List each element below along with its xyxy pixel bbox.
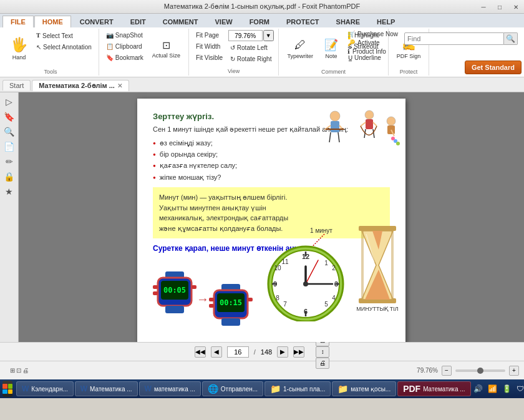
tools-items: 🖐 Hand 𝐓 Select Text ↖ Select Annotation (6, 30, 95, 67)
zoom-out-button[interactable]: − (442, 366, 452, 376)
product-info-button[interactable]: ℹ Product Info (346, 47, 399, 56)
browser-icon: 🌐 (208, 384, 218, 394)
select-annotation-button[interactable]: ↖ Select Annotation (33, 42, 95, 52)
maximize-button[interactable]: □ (492, 0, 508, 14)
search-input[interactable] (404, 32, 504, 45)
yellow-box-line1: Минут (мин) — уақыттың өлшем бірлігі. (159, 193, 287, 201)
sidebar-bookmark-icon[interactable]: 🔖 (2, 110, 16, 124)
tab-form[interactable]: FORM (241, 16, 278, 27)
tab-start[interactable]: Start (2, 80, 31, 90)
fit-visible-button[interactable]: Fit Visible (193, 52, 226, 63)
nav-extra-btn3[interactable]: 🖨 (316, 358, 329, 369)
taskbar-item-math2[interactable]: W математика ... (139, 381, 201, 396)
svg-rect-24 (165, 306, 184, 313)
get-standard-button[interactable]: Get Standard (465, 61, 522, 74)
navigation-bar: ◀◀ ◀ / 148 ▶ ▶▶ ⊞ ↕ 🖨 (0, 342, 524, 361)
yellow-box-line2: Уақытты минутпен анықтау үшін (159, 204, 266, 212)
svg-text:00:15: 00:15 (220, 298, 242, 307)
title-text: Математика 2-бөлім 1-сынып оқулық.pdf - … (164, 2, 361, 11)
tab-document[interactable]: Математика 2-бөлім ... ✕ (32, 80, 129, 91)
bullet-3: қағазға нүктелер салу; (153, 161, 278, 170)
clipboard-icon: 📋 (106, 43, 114, 50)
taskbar-item-browser[interactable]: 🌐 Отправлен... (202, 381, 263, 396)
taskbar-item-calendar[interactable]: W Кэлендарн... (16, 381, 74, 396)
tab-file[interactable]: FILE (2, 16, 34, 27)
close-button[interactable]: ✕ (508, 0, 524, 14)
sidebar-lock-icon[interactable]: 🔒 (2, 170, 16, 183)
product-info-label: Product Info (352, 48, 386, 55)
fit-width-button[interactable]: Fit Width (193, 41, 226, 52)
typewriter-label: Typewriter (287, 53, 313, 59)
activate-icon: 🔑 (347, 39, 355, 46)
watch2: 00:15 (209, 284, 253, 336)
select-text-label: Select Text (42, 32, 73, 39)
hand-tool-button[interactable]: 🖐 Hand (6, 30, 32, 67)
network-icon[interactable]: 📶 (487, 384, 498, 393)
fit-page-button[interactable]: Fit Page (193, 30, 226, 41)
tab-home[interactable]: HOME (34, 16, 71, 27)
battery-icon: 🔋 (501, 384, 513, 393)
bookmark-button[interactable]: 🔖 Bookmark (103, 52, 147, 63)
document-page: Зерттеу жүргіз. Сен 1 минут ішінде қай ә… (137, 99, 405, 342)
sidebar-search-icon[interactable]: 🔍 (2, 125, 16, 139)
purchase-now-button[interactable]: 🛒 Purchase Now (346, 30, 399, 38)
rotate-right-button[interactable]: ↻ Rotate Right (227, 54, 274, 64)
tab-protect[interactable]: PROTECT (278, 16, 328, 27)
snapshot-button[interactable]: 📷 SnapShot (103, 30, 147, 41)
taskbar-item-pdf[interactable]: PDF Математика ... (397, 381, 470, 396)
left-sidebar: ▷ 🔖 🔍 📄 ✏ 🔒 ★ (0, 92, 19, 342)
tab-help[interactable]: HELP (369, 16, 403, 27)
nav-prev-button[interactable]: ◀ (211, 346, 222, 358)
tab-view[interactable]: VIEW (207, 16, 241, 27)
select-text-button[interactable]: 𝐓 Select Text (33, 30, 95, 41)
nav-first-button[interactable]: ◀◀ (195, 346, 206, 358)
nav-next-button[interactable]: ▶ (277, 346, 288, 358)
taskbar-item-folder2[interactable]: 📁 матем қосы... (332, 381, 396, 396)
antivirus-icon: 🛡 (515, 384, 524, 393)
sidebar-hand-icon[interactable]: ▷ (2, 95, 16, 109)
nav-last-button[interactable]: ▶▶ (293, 346, 304, 358)
svg-rect-4 (326, 129, 344, 130)
taskbar-item-math1[interactable]: W Математика ... (75, 381, 138, 396)
view-group-label: View (228, 67, 240, 74)
note-button[interactable]: 📝 Note (319, 30, 344, 67)
zoom-input[interactable] (228, 30, 263, 41)
sidebar-edit-icon[interactable]: ✏ (2, 155, 16, 168)
close-tab-icon[interactable]: ✕ (117, 82, 122, 89)
tab-comment[interactable]: COMMENT (155, 16, 206, 27)
tab-edit[interactable]: EDIT (122, 16, 154, 27)
svg-rect-25 (153, 285, 158, 289)
sound-icon[interactable]: 🔊 (472, 384, 484, 393)
start-button[interactable] (2, 381, 12, 397)
clipboard-button[interactable]: 📋 Clipboard (103, 41, 147, 52)
status-icon3: 🖨 (22, 367, 29, 374)
zoom-slider[interactable] (455, 369, 505, 372)
ribbon-search: 🔍 (404, 32, 518, 45)
svg-text:4: 4 (332, 295, 336, 301)
rotate-left-button[interactable]: ↺ Rotate Left (227, 42, 274, 53)
zoom-in-button[interactable]: + (509, 366, 519, 376)
fit-page-label: Fit Page (196, 32, 219, 39)
svg-text:11: 11 (281, 258, 289, 265)
tab-convert[interactable]: CONVERT (72, 16, 122, 27)
svg-text:1 минут: 1 минут (310, 227, 332, 234)
sidebar-page-icon[interactable]: 📄 (2, 140, 16, 154)
taskbar-item-folder1[interactable]: 📁 1-сынып пла... (264, 381, 331, 396)
tab-share[interactable]: SHARE (328, 16, 369, 27)
typewriter-button[interactable]: 🖊 Typewriter (283, 30, 318, 67)
zoom-dropdown-button[interactable]: ▼ (263, 30, 274, 41)
page-number-input[interactable] (227, 346, 249, 358)
sidebar-star-icon[interactable]: ★ (2, 185, 16, 198)
tools-group-label: Tools (44, 67, 57, 75)
bullets-list: өз есіміңді жазу; бір орында секіру; қағ… (153, 139, 278, 183)
activate-button[interactable]: 🔑 Activate (346, 39, 399, 47)
taskbar-label-3: математика ... (154, 386, 195, 393)
minimize-button[interactable]: ─ (475, 0, 492, 14)
word-icon-3: W (145, 384, 152, 393)
nav-extra-btn2[interactable]: ↕ (316, 346, 329, 358)
activate-label: Activate (357, 39, 380, 46)
actual-size-button[interactable]: ⊡ Actual Size (148, 30, 185, 67)
svg-rect-26 (153, 291, 158, 295)
search-button[interactable]: 🔍 (504, 32, 518, 45)
zoom-percent: 79.76% (417, 367, 438, 374)
